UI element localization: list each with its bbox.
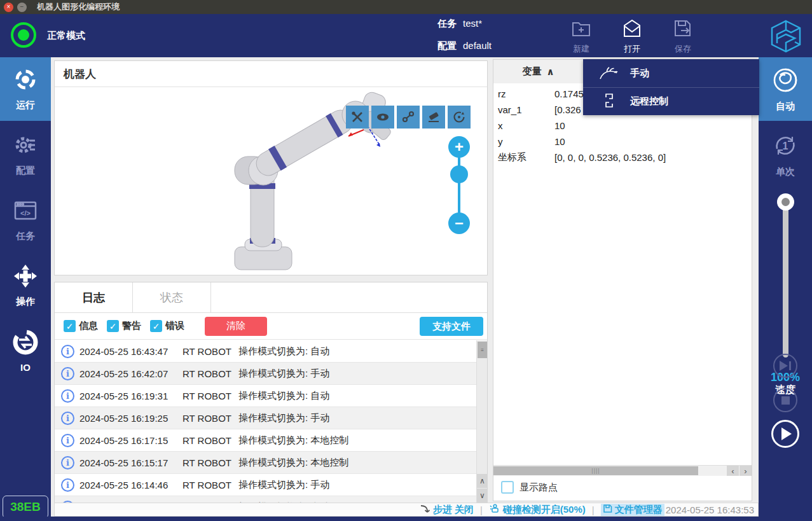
rotate-view-button[interactable] (448, 106, 471, 129)
checkbox-checked-icon: ✓ (107, 320, 119, 332)
variable-row[interactable]: x 10 (493, 118, 752, 134)
new-file-icon (570, 18, 592, 42)
config-label: 配置 (437, 40, 457, 51)
floppy-icon (603, 504, 612, 515)
auto-mode-icon (771, 66, 799, 97)
filter-error-checkbox[interactable]: ✓ 错误 (150, 320, 184, 332)
scroll-up-icon[interactable]: ∧ (477, 474, 488, 488)
tab-log[interactable]: 日志 (55, 282, 133, 313)
robot-panel: 机器人 (54, 60, 488, 275)
sidebar-item-task[interactable]: </> 任务 (0, 188, 51, 252)
bottom-strip (0, 517, 812, 521)
filter-warning-checkbox[interactable]: ✓ 警告 (107, 320, 141, 332)
close-icon[interactable]: × (4, 3, 13, 12)
log-row[interactable]: i 2024-05-25 16:17:15 RT ROBOT 操作模式切换为: … (55, 429, 477, 452)
normal-mode-status-icon (11, 22, 36, 48)
new-button[interactable]: 新建 (561, 18, 602, 55)
checkbox-unchecked-icon (501, 481, 514, 494)
minimize-icon[interactable]: − (17, 3, 27, 12)
zoom-slider-thumb[interactable] (450, 165, 468, 183)
code-window-icon: </> (13, 198, 38, 226)
info-icon: i (61, 367, 74, 380)
variable-row[interactable]: y 10 (493, 134, 752, 149)
task-value: test* (463, 18, 482, 29)
mode-dropdown-menu: 手动 远程控制 (583, 59, 759, 115)
mode-label: 正常模式 (47, 30, 85, 42)
log-list: i 2024-05-25 16:43:47 RT ROBOT 操作模式切换为: … (55, 340, 477, 503)
stop-button[interactable] (759, 388, 812, 412)
menu-item-manual[interactable]: 手动 (583, 59, 759, 87)
save-icon (672, 18, 694, 42)
slider-track[interactable] (783, 205, 788, 358)
slider-thumb[interactable] (777, 193, 794, 211)
open-file-icon (621, 18, 643, 42)
open-button[interactable]: 打开 (612, 18, 652, 55)
log-row[interactable]: i 2024-05-25 16:14:26 RT ROBOT 操作模式切换为: … (55, 496, 477, 503)
zoom-out-button[interactable]: − (448, 212, 470, 234)
scroll-down-icon[interactable]: ∨ (477, 489, 488, 503)
log-scrollbar[interactable]: ≡ ∧ ∨ (476, 340, 487, 503)
log-row[interactable]: i 2024-05-25 16:15:17 RT ROBOT 操作模式切换为: … (55, 452, 477, 474)
svg-text:1: 1 (783, 141, 788, 151)
variable-row[interactable]: 坐标系 [0, 0, 0, 0.5236, 0.5236, 0] (493, 149, 752, 165)
zoom-track (458, 155, 460, 216)
speed-slider[interactable] (759, 191, 812, 363)
sidebar-item-io[interactable]: IO (0, 319, 51, 383)
info-icon: i (61, 456, 74, 469)
right-sidebar: 自动 1 单次 100% 速度 (759, 57, 812, 521)
collision-icon (489, 503, 500, 516)
clear-button[interactable]: 清除 (205, 317, 267, 336)
scroll-left-icon[interactable]: ‹ (727, 466, 739, 476)
status-badge: 38EB (3, 496, 48, 518)
log-row[interactable]: i 2024-05-25 16:43:47 RT ROBOT 操作模式切换为: … (55, 340, 477, 363)
checkbox-checked-icon: ✓ (150, 320, 162, 332)
variables-hscrollbar[interactable]: |||| ‹ › (493, 465, 752, 476)
scrollbar-thumb[interactable]: |||| (493, 466, 698, 475)
filter-info-checkbox[interactable]: ✓ 信息 (64, 320, 98, 332)
task-label: 任务 (437, 18, 457, 29)
brand-logo-icon (768, 19, 804, 56)
file-manager-button[interactable]: 文件管理器 (601, 504, 664, 516)
log-row[interactable]: i 2024-05-25 16:14:46 RT ROBOT 操作模式切换为: … (55, 474, 477, 496)
support-files-button[interactable]: 支持文件 (420, 317, 483, 336)
svg-text:</>: </> (20, 209, 31, 217)
visibility-button[interactable] (371, 106, 394, 129)
play-button[interactable] (759, 420, 812, 448)
config-row: 配置default (437, 40, 492, 52)
trajectory-button[interactable] (397, 106, 420, 129)
log-row[interactable]: i 2024-05-25 16:42:07 RT ROBOT 操作模式切换为: … (55, 363, 477, 385)
robot-3d-view[interactable]: + − (55, 88, 487, 275)
step-arrow-icon (420, 504, 430, 516)
info-icon: i (61, 389, 74, 403)
tab-status[interactable]: 状态 (133, 282, 211, 313)
scrollbar-thumb[interactable]: ≡ (478, 342, 487, 358)
window-title: 机器人图形化编程环境 (37, 1, 120, 13)
step-over-button[interactable] (759, 354, 812, 378)
eraser-button[interactable] (422, 106, 445, 129)
sidebar-item-run[interactable]: 运行 (0, 57, 51, 121)
scroll-right-icon[interactable]: › (740, 466, 752, 476)
log-row[interactable]: i 2024-05-25 16:19:25 RT ROBOT 操作模式切换为: … (55, 407, 477, 429)
single-cycle-icon: 1 (771, 132, 799, 162)
sidebar-item-auto[interactable]: 自动 (759, 57, 812, 121)
show-waypoints-checkbox[interactable]: 显示路点 (501, 481, 558, 494)
sidebar-item-config[interactable]: 配置 (0, 123, 51, 186)
sidebar-item-operate[interactable]: 操作 (0, 254, 51, 317)
zoom-in-button[interactable]: + (448, 136, 470, 158)
step-mode-status[interactable]: 步进 关闭 (420, 504, 474, 516)
collision-detection-status[interactable]: 碰撞检测开启(50%) (489, 503, 586, 516)
log-filter-bar: ✓ 信息 ✓ 警告 ✓ 错误 清除 支持文件 (55, 313, 487, 340)
log-row[interactable]: i 2024-05-25 16:19:31 RT ROBOT 操作模式切换为: … (55, 385, 477, 407)
gear-icon (13, 132, 38, 160)
status-bar: 步进 关闭 | 碰撞检测开启(50%) | 文件管理器 2024-05-25 1… (54, 503, 759, 517)
divider: | (480, 504, 483, 515)
save-button[interactable]: 保存 (663, 18, 703, 55)
menu-item-remote-control[interactable]: 远程控制 (583, 87, 759, 115)
hand-icon (598, 64, 620, 83)
variables-collapse-toggle[interactable]: 变量 ∧ (493, 60, 584, 83)
tools-button[interactable] (346, 106, 369, 129)
run-icon (13, 67, 38, 95)
remote-control-icon (598, 92, 620, 111)
sidebar-item-single-run[interactable]: 1 单次 (759, 123, 812, 186)
status-timestamp: 2024-05-25 16:43:53 (666, 504, 754, 515)
